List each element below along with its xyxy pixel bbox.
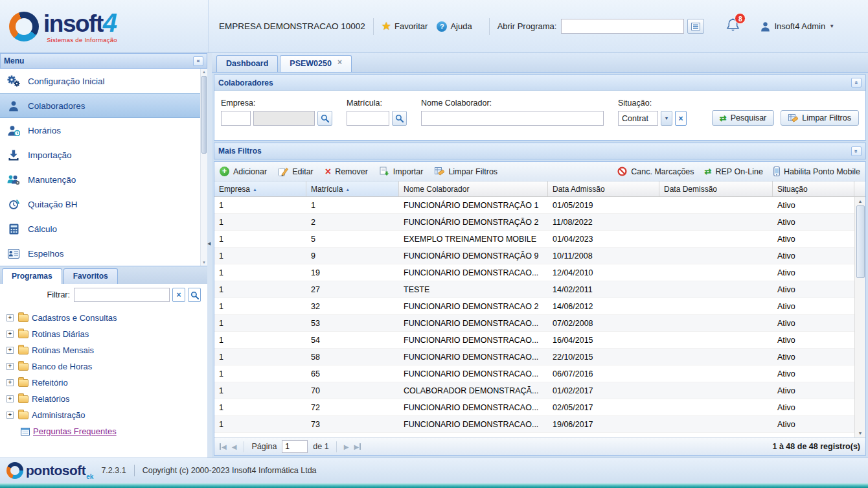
sidebar-item-quitacao-bh[interactable]: Quitação BH [0,192,207,216]
expand-icon[interactable]: + [6,314,14,321]
table-row[interactable]: 1 5 EXEMPLO TREINAMENTO MOBILE 01/04/202… [214,231,854,248]
expand-icon[interactable]: + [6,395,14,402]
scrollbar-thumb[interactable] [856,205,865,278]
situacao-clear-button[interactable]: × [675,111,687,126]
column-label: Matrícula [311,185,343,194]
limpar-filtros-button[interactable]: Limpar Filtros [781,110,859,126]
scroll-down-icon[interactable]: ▼ [858,431,863,436]
sidebar-item-configuracao-inicial[interactable]: Configuração Inicial [0,69,207,93]
faq-link[interactable]: Perguntas Frequentes [33,426,117,436]
adicionar-button[interactable]: + Adicionar [220,167,267,176]
previous-page-button[interactable]: ◀ [232,443,237,450]
empresa-code-input[interactable] [221,111,251,126]
close-tab-icon[interactable]: × [337,58,342,67]
expand-icon[interactable]: + [6,331,14,338]
matricula-lookup-button[interactable] [392,111,407,126]
next-page-button[interactable]: ▶ [344,443,349,450]
situacao-combo-input[interactable] [618,111,658,126]
collapse-arrow-icon[interactable]: ◀ [207,241,211,246]
open-program-input[interactable] [561,19,684,34]
column-header-empresa[interactable]: Empresa ▲ [214,181,306,196]
cell-data-admissao: 01/05/2019 [548,197,659,213]
table-row[interactable]: 1 54 FUNCIONARIO DEMONSTRACAO... 16/04/2… [214,332,854,349]
last-page-button[interactable]: ▶ [354,443,361,450]
tab-programas[interactable]: Programas [2,268,62,284]
table-row[interactable]: 1 73 FUNCIONARIO DEMONSTRACAO... 19/06/2… [214,416,854,433]
importar-button[interactable]: Importar [380,167,424,176]
editar-button[interactable]: Editar [279,167,314,176]
table-row[interactable]: 1 1 FUNCIONÁRIO DEMONSTRAÇÃO 1 01/05/201… [214,197,854,214]
table-row[interactable]: 1 32 FUNCIONARIO DEMONSTRACAO 2 14/06/20… [214,298,854,315]
menu-scrollbar[interactable]: ▲ ▼ [200,69,207,266]
column-header-matricula[interactable]: Matrícula ▲ [306,181,399,196]
pesquisar-button[interactable]: ⇄ Pesquisar [712,110,775,126]
table-row[interactable]: 1 53 FUNCIONARIO DEMONSTRACAO... 07/02/2… [214,315,854,332]
rep-online-button[interactable]: ⇄ REP On-Line [705,167,763,176]
tree-item-relatorios[interactable]: + Relatórios [0,391,207,407]
table-row[interactable]: 1 72 FUNCIONARIO DEMONSTRACAO... 02/05/2… [214,399,854,416]
search-filter-button[interactable] [188,288,201,302]
notifications-button[interactable]: 8 [726,18,740,34]
sidebar-item-importacao[interactable]: Importação [0,143,207,167]
expand-icon[interactable]: + [6,412,14,419]
tree-item-cadastros-e-consultas[interactable]: + Cadastros e Consultas [0,310,207,326]
table-row[interactable]: 1 9 FUNCIONÁRIO DEMONSTRAÇÃO 9 10/11/200… [214,248,854,264]
expand-panel-button[interactable]: « [851,146,862,156]
clear-filter-button[interactable]: × [172,288,185,302]
sidebar-item-horarios[interactable]: Horários [0,118,207,143]
sidebar-item-espelhos[interactable]: Espelhos [0,241,207,266]
table-row[interactable]: 1 65 FUNCIONARIO DEMONSTRACAO... 06/07/2… [214,366,854,382]
expand-icon[interactable]: + [6,347,14,354]
column-header-data-demissao[interactable]: Data Demissão [659,181,773,196]
collapse-sidebar-button[interactable]: « [193,56,203,66]
tree-item-banco-de-horas[interactable]: + Banco de Horas [0,358,207,375]
tree-item-refeitorio[interactable]: + Refeitório [0,375,207,391]
program-filter-input[interactable] [74,288,170,302]
table-row[interactable]: 1 70 COLABORADOR DEMONSTRAÇÃ... 01/02/20… [214,382,854,399]
empresa-lookup-button[interactable] [317,111,332,126]
scroll-down-icon[interactable]: ▼ [202,261,206,264]
situacao-dropdown-button[interactable]: ▼ [661,111,672,126]
sidebar-splitter[interactable]: ◀ [207,53,212,458]
table-row[interactable]: 1 2 FUNCIONÁRIO DEMONSTRAÇÃO 2 11/08/202… [214,214,854,231]
table-row[interactable]: 1 27 TESTE 14/02/2011 Ativo [214,281,854,298]
page-number-input[interactable] [282,440,308,453]
expand-icon[interactable]: + [6,363,14,370]
sidebar-item-manutencao[interactable]: Manutenção [0,167,207,192]
tree-item-perguntas-frequentes[interactable]: Perguntas Frequentes [0,423,207,439]
column-header-situacao[interactable]: Situação [773,181,854,196]
scrollbar-thumb[interactable] [201,76,207,154]
remover-button[interactable]: × Remover [325,167,368,177]
table-row[interactable]: 1 19 FUNCIONARIO DEMONSTRACAO... 12/04/2… [214,264,854,281]
matricula-input[interactable] [347,111,389,126]
tree-item-rotinas-mensais[interactable]: + Rotinas Mensais [0,342,207,358]
table-row[interactable]: 1 58 FUNCIONARIO DEMONSTRACAO... 22/10/2… [214,349,854,366]
mais-filtros-panel: Mais Filtros « [214,143,866,159]
tree-item-administracao[interactable]: + Administração [0,407,207,423]
user-menu-button[interactable]: Insoft4 Admin ▼ [760,21,834,32]
sidebar-item-colaboradores[interactable]: Colaboradores [0,93,207,118]
tree-item-rotinas-diarias[interactable]: + Rotinas Diárias [0,326,207,342]
scroll-up-icon[interactable]: ▲ [202,70,206,74]
limpar-filtros-toolbar-button[interactable]: Limpar Filtros [435,167,497,176]
program-lookup-button[interactable] [687,19,704,34]
scroll-up-icon[interactable]: ▲ [858,199,863,203]
tab-psew0250[interactable]: PSEW0250 × [280,55,352,72]
help-button[interactable]: ? Ajuda [437,21,472,32]
sidebar-item-calculo[interactable]: Cálculo [0,216,207,241]
grid-scrollbar[interactable]: ▲ ▼ [854,197,865,437]
favorite-button[interactable]: ★ Favoritar [382,19,428,33]
habilita-ponto-mobile-button[interactable]: Habilita Ponto Mobile [773,167,860,176]
collapse-panel-button[interactable]: « [851,78,862,87]
expand-icon[interactable]: + [6,379,14,386]
cancelar-marcacoes-button[interactable]: Canc. Marcações [617,167,694,176]
cell-situacao: Ativo [773,332,854,348]
nome-colaborador-input[interactable] [421,111,604,126]
pontosoft-brand-sub: ek [86,473,93,480]
column-header-nome-colaborador[interactable]: Nome Colaborador [399,181,548,196]
tab-favoritos[interactable]: Favoritos [63,268,118,284]
column-header-data-admissao[interactable]: Data Admissão [548,181,659,196]
tab-dashboard[interactable]: Dashboard [216,55,278,72]
first-page-button[interactable]: ◀ [220,443,227,450]
sidebar-item-label: Horários [28,126,61,135]
